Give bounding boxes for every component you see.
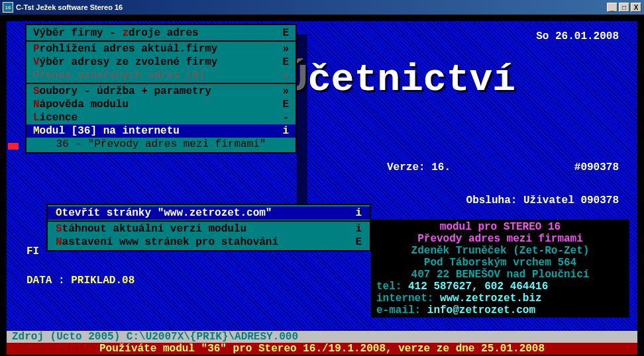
- status-source-path: Zdroj (Ucto 2005) C:\U2007X\{PRIK}\ADRES…: [7, 331, 637, 343]
- fi-label: FI: [27, 245, 39, 257]
- submenu-item-key: E: [349, 236, 362, 249]
- submenu-item-key: i: [349, 206, 362, 220]
- menu-item-label: Nápověda modulu: [33, 98, 276, 111]
- menu-separator: [48, 220, 370, 222]
- menu-item[interactable]: Nápověda moduluE: [27, 98, 295, 111]
- app-icon: 16: [3, 2, 13, 13]
- status-module-version: Používáte modul "36" pro Stereo 16./19.1…: [7, 343, 637, 355]
- submenu-item-label: Otevřít stránky "www.zetrozet.com": [56, 206, 349, 220]
- info-line-1: modul pro STEREO 16: [376, 221, 624, 233]
- submenu-item-label: Stáhnout aktuální verzi modulu: [56, 222, 349, 236]
- submenu-internet: Otevřít stránky "www.zetrozet.com"iStáhn…: [46, 204, 371, 251]
- menu-item-key: E: [276, 26, 289, 40]
- menu-item-key: »: [276, 42, 289, 56]
- submenu-item[interactable]: Otevřít stránky "www.zetrozet.com"i: [48, 206, 370, 220]
- menu-item[interactable]: Výběr firmy - zdroje adresE: [27, 26, 295, 40]
- menu-item-key: »: [276, 85, 289, 98]
- version-id: #090378: [574, 161, 619, 173]
- terminal-area: So 26.01.2008 Účetnictví Verze: 16. #090…: [0, 15, 644, 356]
- submenu-item-key: i: [349, 222, 362, 236]
- menu-hint: 36 - "Převody adres mezi firmami": [27, 138, 295, 151]
- date-label: So 26.01.2008: [536, 30, 619, 42]
- info-web: internet: www.zetrozet.biz: [376, 292, 624, 304]
- menu-item-key: i: [276, 124, 289, 138]
- module-title: Účetnictví: [285, 74, 515, 86]
- main-menu: Výběr firmy - zdroje adresEProhlížení ad…: [25, 24, 297, 154]
- version-label: Verze: 16.: [387, 161, 451, 173]
- menu-item[interactable]: Soubory - údržba + parametry»: [27, 85, 295, 98]
- menu-item-label: Licence: [33, 111, 276, 124]
- menu-item[interactable]: Licence-: [27, 111, 295, 124]
- menu-shadow: [297, 34, 307, 206]
- info-tel: tel: 412 587627, 602 464416: [376, 281, 624, 292]
- submenu-item[interactable]: Stáhnout aktuální verzi modului: [48, 222, 370, 236]
- menu-item-label: Výběr adresy ze zvolené firmy: [33, 56, 276, 69]
- menu-separator: [27, 83, 295, 84]
- window-title: C-Tst Ježek software Stereo 16: [16, 3, 607, 11]
- menu-item-label: Soubory - údržba + parametry: [33, 85, 276, 98]
- info-line-2: Převody adres mezi firmami: [376, 233, 624, 245]
- window-titlebar: 16 C-Tst Ježek software Stereo 16 _ □ X: [0, 0, 644, 15]
- menu-item[interactable]: Modul [36] na internetui: [27, 124, 295, 138]
- menu-item-label: Prohlížení adres aktuál.firmy: [33, 42, 276, 56]
- menu-item-key: E: [276, 98, 289, 111]
- operator-line: Obsluha: Uživatel 090378: [466, 195, 619, 206]
- info-line-5: 407 22 BENEŠOV nad Ploučnicí: [376, 269, 624, 281]
- menu-item-label: Výběr firmy - zdroje adres: [33, 26, 276, 40]
- submenu-item[interactable]: Nastavení www stránek pro stahováníE: [48, 236, 370, 249]
- menu-item-key: -: [276, 111, 289, 124]
- menu-separator: [27, 40, 295, 42]
- menu-item[interactable]: Výběr adresy ze zvolené firmyE: [27, 56, 295, 69]
- info-line-4: Pod Táborským vrchem 564: [376, 257, 624, 269]
- maximize-button[interactable]: □: [619, 3, 629, 12]
- menu-item-label: Modul [36] na internetu: [33, 124, 276, 138]
- minimize-button[interactable]: _: [607, 3, 617, 12]
- menu-item-label: Přenos označených adres (0): [33, 69, 276, 82]
- vendor-info-box: modul pro STEREO 16 Převody adres mezi f…: [371, 220, 629, 318]
- info-mail: e-mail: info@zetrozet.com: [376, 304, 624, 316]
- version-line: Verze: 16. #090378: [354, 161, 619, 173]
- data-path-label: DATA : PRIKLAD.08: [27, 275, 134, 287]
- menu-item-key: E: [276, 56, 289, 69]
- marker-icon: [8, 143, 19, 150]
- submenu-item-label: Nastavení www stránek pro stahování: [56, 236, 349, 249]
- menu-item[interactable]: Přenos označených adres (0)»: [27, 69, 295, 82]
- info-line-3: Zdeněk Truněček (Zet-Ro-Zet): [376, 245, 624, 257]
- menu-item-key: »: [276, 69, 289, 82]
- close-button[interactable]: X: [631, 3, 641, 12]
- menu-item[interactable]: Prohlížení adres aktuál.firmy»: [27, 42, 295, 56]
